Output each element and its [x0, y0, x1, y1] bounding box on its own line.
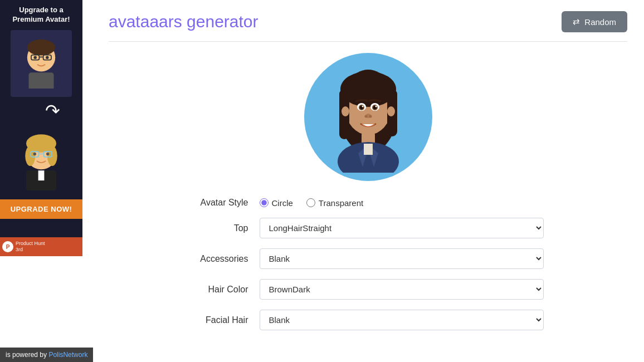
top-row: Top LongHairStraight LongHairBob ShortHa…	[159, 218, 577, 238]
circle-radio-label[interactable]: Circle	[260, 198, 293, 208]
sidebar-avatar-before	[11, 30, 72, 97]
circle-label: Circle	[272, 198, 293, 208]
circle-radio[interactable]	[260, 198, 269, 207]
shuffle-icon: ⇄	[573, 17, 580, 27]
svg-point-15	[33, 152, 36, 155]
facial-hair-select[interactable]: Blank BeardMedium BeardLight BeardMagest…	[260, 310, 544, 330]
svg-point-35	[341, 106, 349, 116]
svg-point-4	[34, 56, 37, 58]
facial-hair-label: Facial Hair	[159, 315, 260, 325]
product-hunt-logo: P	[2, 241, 13, 252]
transparent-radio-label[interactable]: Transparent	[306, 198, 363, 208]
avatar-style-label: Avatar Style	[159, 198, 260, 208]
page-title: avataaars generator	[109, 12, 258, 31]
svg-point-5	[46, 56, 48, 58]
random-button[interactable]: ⇄ Random	[562, 11, 627, 32]
arrow-icon: ↷	[45, 100, 60, 121]
powered-by-text: is powered by	[6, 351, 48, 359]
top-select[interactable]: LongHairStraight LongHairBob ShortHairSh…	[260, 218, 544, 238]
product-hunt-bar: P Product Hunt 3rd	[0, 237, 82, 256]
accessories-row: Accessories Blank Kurt Prescription01 Pr…	[159, 248, 577, 269]
svg-point-1	[27, 40, 55, 56]
facial-hair-row: Facial Hair Blank BeardMedium BeardLight…	[159, 310, 577, 330]
upgrade-button[interactable]: UPGRADE NOW!	[0, 199, 82, 219]
hair-color-label: Hair Color	[159, 285, 260, 295]
main-content: avataaars generator ⇄ Random	[92, 0, 644, 362]
product-hunt-text: Product Hunt 3rd	[16, 241, 45, 253]
svg-rect-39	[364, 144, 373, 155]
avatar-style-row: Avatar Style Circle Transparent	[159, 198, 577, 208]
avatar-circle	[304, 53, 432, 181]
sidebar-avatar-after	[11, 125, 72, 197]
hair-color-select[interactable]: BrownDark Auburn Black Blonde BlondeGold…	[260, 279, 544, 300]
hair-color-row: Hair Color BrownDark Auburn Black Blonde…	[159, 279, 577, 300]
svg-point-33	[364, 115, 367, 118]
random-button-label: Random	[584, 17, 616, 27]
top-label: Top	[159, 223, 260, 233]
svg-rect-18	[38, 170, 45, 180]
svg-point-30	[362, 106, 363, 107]
transparent-radio[interactable]	[306, 198, 315, 207]
svg-point-36	[387, 106, 395, 116]
bottom-bar: is powered by PolisNetwork	[0, 348, 93, 362]
svg-point-10	[25, 146, 35, 166]
polis-network-link[interactable]: PolisNetwork	[48, 351, 87, 359]
sidebar-ad: Upgrade to a Premium Avatar! ↷	[0, 0, 82, 256]
page-header: avataaars generator ⇄ Random	[109, 11, 627, 42]
svg-rect-7	[29, 72, 54, 89]
transparent-label: Transparent	[319, 198, 363, 208]
svg-point-16	[46, 152, 49, 155]
avatar-preview-container	[109, 53, 627, 181]
svg-point-11	[47, 146, 57, 166]
svg-point-34	[369, 115, 372, 118]
form-section: Avatar Style Circle Transparent Top Long…	[159, 198, 577, 330]
svg-point-31	[375, 106, 377, 107]
avatar-style-radio-group: Circle Transparent	[260, 198, 364, 208]
sidebar-ad-title: Upgrade to a Premium Avatar!	[0, 0, 82, 28]
accessories-select[interactable]: Blank Kurt Prescription01 Prescription02…	[260, 248, 544, 269]
accessories-label: Accessories	[159, 254, 260, 264]
